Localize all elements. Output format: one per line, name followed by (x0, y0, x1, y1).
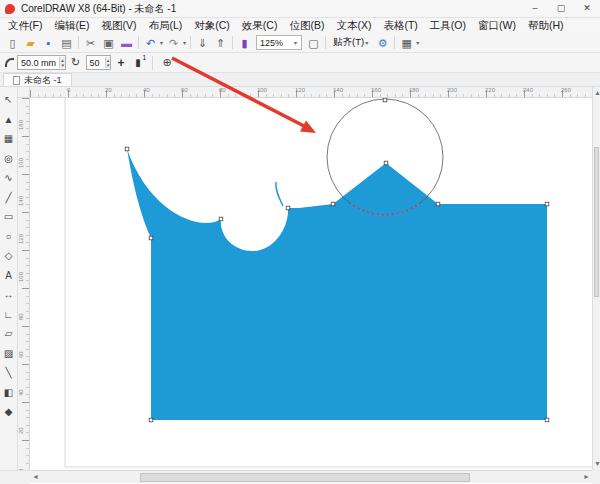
ellipse-tool[interactable]: ○ (1, 228, 17, 248)
corner-radius-input[interactable]: 50.0 mm ▴▾ (17, 55, 66, 70)
toolbar-separator (138, 36, 139, 49)
copy-icon[interactable]: ▣ (100, 35, 117, 51)
menu-item-7[interactable]: 文本(X) (330, 19, 377, 33)
document-tab-label: 未命名 -1 (24, 74, 62, 87)
zoom-level-combo[interactable]: 125%▾ (256, 35, 302, 50)
shape-tool[interactable]: ▲ (1, 111, 17, 131)
connector-tool[interactable]: ∟ (1, 306, 17, 326)
relative-corner-icon[interactable]: ↻ (69, 56, 83, 69)
title-bar: CorelDRAW X8 (64-Bit) - 未命名 -1 – ▢ ✕ (0, 0, 600, 18)
window-title: CorelDRAW X8 (64-Bit) - 未命名 -1 (21, 2, 176, 16)
menu-item-9[interactable]: 工具(O) (424, 19, 472, 33)
menu-item-8[interactable]: 表格(T) (377, 19, 423, 33)
v-ruler-number: 180 (18, 120, 24, 130)
redo-icon[interactable]: ↷ (165, 35, 182, 51)
scroll-down-arrow[interactable]: ▼ (594, 458, 600, 470)
launcher-icon[interactable]: ▮ (236, 35, 253, 51)
crop-tool[interactable]: ▦ (1, 130, 17, 150)
window-controls: – ▢ ✕ (522, 0, 600, 17)
h-ruler-number: 0 (67, 87, 70, 93)
import-icon[interactable]: ⇓ (194, 35, 211, 51)
menu-item-10[interactable]: 窗口(W) (472, 19, 522, 33)
toolbar-separator (394, 36, 395, 49)
save-icon[interactable]: ▪ (40, 35, 57, 51)
redo-icon-dropdown[interactable]: ▾ (183, 39, 186, 46)
rectangle-tool[interactable]: ▭ (1, 208, 17, 228)
drop-shadow-tool[interactable]: ▱ (1, 325, 17, 345)
fullscreen-preview-icon[interactable]: ▢ (305, 35, 322, 51)
new-document-icon[interactable]: ▯ (4, 35, 21, 51)
v-ruler-number: 60 (18, 351, 24, 358)
export-icon[interactable]: ⇑ (212, 35, 229, 51)
add-node-button[interactable]: + (114, 56, 128, 70)
v-ruler-number: 140 (18, 196, 24, 206)
dimension-tool[interactable]: ↔ (1, 286, 17, 306)
options-gear-icon[interactable]: ⚙ (374, 35, 391, 51)
points-spinner[interactable]: ▴▾ (105, 57, 111, 68)
points-value[interactable]: 50 (87, 58, 105, 68)
h-ruler-number: 80 (219, 87, 226, 93)
open-folder-icon[interactable]: ▰ (22, 35, 39, 51)
zoom-tool[interactable]: ◎ (1, 150, 17, 170)
v-ruler-number: 20 (18, 427, 24, 434)
close-button[interactable]: ✕ (574, 0, 600, 17)
ink-bottle-icon[interactable]: ▮1 (131, 57, 145, 68)
vertical-scroll-thumb[interactable] (594, 147, 599, 297)
scroll-right-arrow[interactable]: ► (583, 471, 590, 483)
vertical-ruler[interactable]: 180160140120100806040200 (18, 98, 30, 470)
h-ruler-number: 60 (181, 87, 188, 93)
h-ruler-number: 200 (447, 87, 457, 93)
h-ruler-number: 260 (561, 87, 571, 93)
undo-icon-group: ↶▾ (142, 35, 164, 51)
undo-icon[interactable]: ↶ (142, 35, 159, 51)
artistic-media-tool[interactable]: ╱ (1, 189, 17, 209)
freehand-tool[interactable]: ∿ (1, 169, 17, 189)
v-ruler-number: 160 (18, 158, 24, 168)
minimize-button[interactable]: – (522, 0, 548, 17)
menu-item-1[interactable]: 编辑(E) (48, 19, 95, 33)
drawing-canvas[interactable] (30, 98, 592, 470)
v-ruler-number: 80 (18, 313, 24, 320)
menu-item-2[interactable]: 视图(V) (95, 19, 142, 33)
menu-item-4[interactable]: 对象(C) (188, 19, 236, 33)
transparency-tool[interactable]: ▨ (1, 345, 17, 365)
document-tab-bar: 未命名 -1 (0, 73, 600, 87)
print-icon[interactable]: ▤ (58, 35, 75, 51)
welcome-screen-icon[interactable]: ▦ (398, 35, 415, 51)
document-tab[interactable]: 未命名 -1 (3, 73, 72, 86)
text-tool[interactable]: A (1, 267, 17, 287)
pick-tool[interactable]: ↖ (1, 91, 17, 111)
h-ruler-number: 120 (295, 87, 305, 93)
eyedropper-tool[interactable]: ╲ (1, 364, 17, 384)
scroll-left-arrow[interactable]: ◄ (32, 471, 39, 483)
corner-radius-spinner[interactable]: ▴▾ (59, 57, 65, 68)
menu-item-11[interactable]: 帮助(H) (522, 19, 570, 33)
maximize-button[interactable]: ▢ (548, 0, 574, 17)
coreldraw-logo-icon (5, 4, 15, 14)
scroll-up-arrow[interactable]: ▲ (594, 87, 600, 99)
outline-pen-tool[interactable]: ◆ (1, 403, 17, 423)
horizontal-scrollbar[interactable]: ◄ ► (30, 470, 592, 483)
cut-icon[interactable]: ✂ (82, 35, 99, 51)
interactive-fill-tool[interactable]: ◧ (1, 384, 17, 404)
ruler-corner[interactable] (18, 87, 30, 98)
crescent-line[interactable] (276, 182, 283, 206)
menu-bar: 文件(F)编辑(E)视图(V)布局(L)对象(C)效果(C)位图(B)文本(X)… (0, 18, 600, 33)
horizontal-scroll-thumb[interactable] (140, 473, 470, 482)
vertical-scrollbar[interactable]: ▲ ▼ (592, 87, 600, 470)
undo-icon-dropdown[interactable]: ▾ (160, 39, 163, 46)
menu-item-5[interactable]: 效果(C) (236, 19, 284, 33)
points-input[interactable]: 50 ▴▾ (86, 55, 112, 70)
menu-item-3[interactable]: 布局(L) (142, 19, 188, 33)
polygon-tool[interactable]: ◇ (1, 247, 17, 267)
h-ruler-number: 160 (371, 87, 381, 93)
paste-icon[interactable]: ▬ (118, 35, 135, 51)
menu-item-0[interactable]: 文件(F) (2, 19, 48, 33)
menu-item-6[interactable]: 位图(B) (283, 19, 330, 33)
welcome-screen-icon-dropdown[interactable]: ▾ (416, 39, 419, 46)
horizontal-ruler[interactable]: 020406080100120140160180200220240260 (30, 87, 592, 98)
crosshair-icon[interactable]: ⊕ (160, 56, 174, 69)
snap-dropdown[interactable]: 贴齐(T)▾ (329, 36, 373, 49)
v-ruler-number: 120 (18, 234, 24, 244)
corner-radius-value[interactable]: 50.0 mm (18, 58, 59, 68)
